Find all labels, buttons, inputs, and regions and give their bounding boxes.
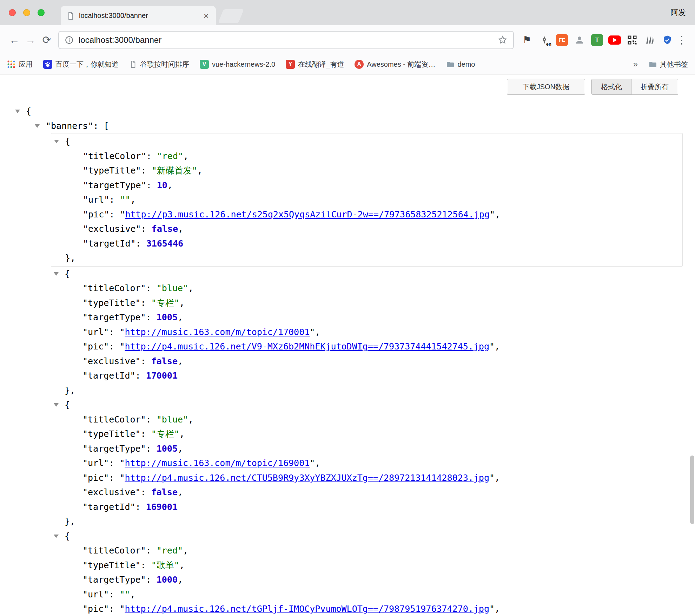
json-token: "titleColor" xyxy=(82,283,146,293)
json-token: "blue" xyxy=(157,283,188,293)
json-token: " xyxy=(490,209,495,219)
json-line: { xyxy=(51,529,683,544)
translate-extension-icon[interactable]: en xyxy=(537,33,552,47)
youdao-icon: Y xyxy=(286,60,295,69)
bookmark-youdao[interactable]: Y 在线翻译_有道 xyxy=(286,60,344,69)
browser-toolbar: ← → ⟳ localhost:3000/banner ⚑ en FE T xyxy=(0,25,695,54)
qr-code-extension-icon[interactable] xyxy=(625,33,640,47)
json-line: "banners": [ xyxy=(0,119,695,133)
json-token: : xyxy=(146,444,157,454)
json-token: " xyxy=(119,458,125,468)
format-button[interactable]: 格式化 xyxy=(591,79,631,95)
bookmark-vue-hackernews[interactable]: V vue-hackernews-2.0 xyxy=(200,60,275,69)
people-extension-icon[interactable] xyxy=(572,33,587,47)
json-token: " xyxy=(310,458,315,468)
bookmark-label: 百度一下，你就知道 xyxy=(55,60,119,69)
json-url-link[interactable]: http://p4.music.126.net/tGPljf-IMOCyPvum… xyxy=(125,604,489,614)
json-url-link[interactable]: http://music.163.com/m/topic/170001 xyxy=(125,327,310,337)
download-json-button[interactable]: 下载JSON数据 xyxy=(507,79,585,95)
json-token: "exclusive" xyxy=(82,356,141,366)
json-token: " xyxy=(489,473,495,483)
bookmark-label: demo xyxy=(457,60,475,68)
json-token: , xyxy=(178,444,183,454)
json-token: , xyxy=(130,195,135,205)
collapse-triangle-icon[interactable] xyxy=(54,535,59,538)
json-object-block: {"titleColor": "red","typeTitle": "新碟首发"… xyxy=(51,133,683,267)
json-token: : [ xyxy=(93,121,109,131)
tampermonkey-extension-icon[interactable]: T xyxy=(590,33,604,47)
json-token: , xyxy=(178,312,183,322)
json-token: 1000 xyxy=(157,575,178,585)
bookmark-google-sort[interactable]: 谷歌按时间排序 xyxy=(129,60,189,69)
json-url-link[interactable]: http://p4.music.126.net/V9-MXz6b2MNhEKju… xyxy=(125,341,489,352)
info-icon[interactable] xyxy=(65,35,74,45)
json-url-link[interactable]: http://p3.music.126.net/s25q2x5QyqsAzilC… xyxy=(125,209,490,219)
extensions-row: ⚑ en FE T xyxy=(519,33,675,47)
json-token: "titleColor" xyxy=(83,151,146,161)
json-token: "" xyxy=(119,589,130,599)
fe-extension-icon[interactable]: FE xyxy=(555,33,569,47)
json-line: "url": "http://music.163.com/m/topic/169… xyxy=(51,456,683,471)
other-bookmarks[interactable]: 其他书签 xyxy=(648,60,688,69)
bookmark-demo-folder[interactable]: demo xyxy=(446,60,475,68)
vertical-scrollbar[interactable] xyxy=(690,456,694,524)
tab-close-icon[interactable]: × xyxy=(202,11,210,20)
browser-tab[interactable]: localhost:3000/banner × xyxy=(61,6,216,25)
json-token: " xyxy=(119,604,125,614)
bookmark-awesomes[interactable]: A Awesomes - 前端资… xyxy=(355,60,435,69)
browser-menu-icon[interactable]: ⋮ xyxy=(675,34,689,46)
json-line: "typeTitle": "歌单", xyxy=(51,558,683,573)
collapse-triangle-icon[interactable] xyxy=(54,403,59,407)
json-line: "typeTitle": "专栏", xyxy=(51,427,683,441)
close-window-button[interactable] xyxy=(9,9,16,16)
bookmarks-overflow-chevron[interactable]: » xyxy=(633,59,638,69)
address-bar[interactable]: localhost:3000/banner xyxy=(58,31,514,49)
json-token: 1005 xyxy=(157,444,178,454)
json-line: "targetType": 1005, xyxy=(51,310,683,325)
collapse-triangle-icon[interactable] xyxy=(54,272,59,276)
collapse-all-button[interactable]: 折叠所有 xyxy=(631,79,678,95)
back-icon[interactable]: ← xyxy=(6,34,22,46)
bookmark-star-icon[interactable] xyxy=(498,35,508,45)
baidu-paw-icon xyxy=(43,60,52,69)
json-token: , xyxy=(188,414,193,425)
flag-extension-icon[interactable]: ⚑ xyxy=(519,33,534,47)
json-url-link[interactable]: http://p4.music.126.net/CTU5B9R9y3XyYBZX… xyxy=(125,473,489,483)
minimize-window-button[interactable] xyxy=(23,9,30,16)
json-url-link[interactable]: http://music.163.com/m/topic/169001 xyxy=(125,458,310,468)
json-token: : xyxy=(146,283,157,293)
json-line: "url": "", xyxy=(51,192,682,207)
json-token: "exclusive" xyxy=(82,487,141,497)
bookmark-baidu[interactable]: 百度一下，你就知道 xyxy=(43,60,119,69)
format-collapse-group: 格式化 折叠所有 xyxy=(591,79,678,95)
collapse-triangle-icon[interactable] xyxy=(15,110,20,113)
new-tab-button[interactable] xyxy=(218,9,244,23)
json-token: "titleColor" xyxy=(82,414,146,425)
json-token: , xyxy=(130,589,135,599)
json-line: "targetType": 1000, xyxy=(51,572,683,587)
reload-icon[interactable]: ⟳ xyxy=(39,34,55,46)
profile-name[interactable]: 阿发 xyxy=(670,7,686,18)
json-token: , xyxy=(179,298,185,308)
json-token: "red" xyxy=(157,545,183,556)
paw-extension-icon[interactable] xyxy=(642,33,657,47)
json-line: { xyxy=(51,398,683,412)
json-token: : xyxy=(136,238,146,249)
json-token: 170001 xyxy=(146,371,178,381)
json-token: "targetId" xyxy=(82,502,135,512)
forward-icon[interactable]: → xyxy=(22,34,39,46)
zoom-window-button[interactable] xyxy=(38,9,45,16)
json-line: "url": "", xyxy=(51,587,683,602)
json-line: }, xyxy=(51,514,683,529)
collapse-triangle-icon[interactable] xyxy=(35,124,40,128)
json-token: : xyxy=(141,429,151,439)
bookmark-apps[interactable]: 应用 xyxy=(7,60,33,69)
page-favicon-icon xyxy=(66,12,75,20)
shield-check-extension-icon[interactable] xyxy=(660,33,675,47)
youtube-extension-icon[interactable] xyxy=(607,33,622,47)
json-token: 10 xyxy=(157,180,167,190)
collapse-triangle-icon[interactable] xyxy=(54,140,59,143)
json-token: : xyxy=(141,224,152,234)
json-line: "targetId": 169001 xyxy=(51,500,683,515)
json-token: "exclusive" xyxy=(83,224,141,234)
